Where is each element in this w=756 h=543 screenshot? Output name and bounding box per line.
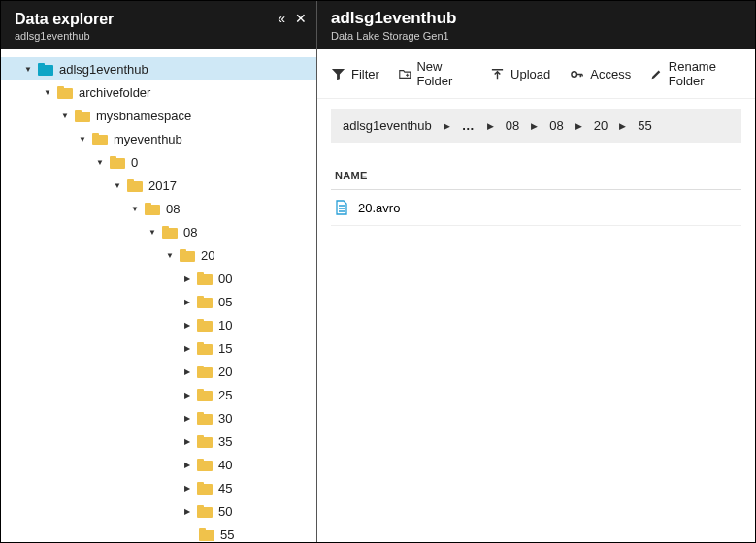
tree-node[interactable]: 25 xyxy=(1,383,316,406)
main-subtitle: Data Lake Storage Gen1 xyxy=(331,30,741,42)
tree-node[interactable]: 0 xyxy=(1,150,316,174)
tree-node[interactable]: 05 xyxy=(1,290,316,313)
tree-node[interactable]: 40 xyxy=(1,453,316,476)
tree-node[interactable]: 08 xyxy=(1,197,316,220)
chevron-right-icon[interactable] xyxy=(181,461,193,469)
new-folder-button[interactable]: New Folder xyxy=(399,59,471,88)
tree-node[interactable]: 20 xyxy=(1,243,316,267)
folder-icon xyxy=(197,342,213,355)
chevron-down-icon[interactable] xyxy=(147,228,158,237)
tree-label: 20 xyxy=(201,248,214,263)
new-folder-icon xyxy=(399,67,411,81)
folder-icon xyxy=(197,505,213,518)
tree-label: 55 xyxy=(220,527,234,542)
toolbar-label: Rename Folder xyxy=(669,59,741,88)
tree-node[interactable]: 30 xyxy=(1,406,316,430)
tree-label: 40 xyxy=(218,458,232,472)
column-header-name[interactable]: NAME xyxy=(331,162,741,190)
sidebar: Data explorer adlsg1eventhub « ✕ adlsg1e… xyxy=(1,1,317,542)
toolbar-label: New Folder xyxy=(416,59,471,88)
tree-node[interactable]: 08 xyxy=(1,220,316,243)
file-name: 20.avro xyxy=(358,201,400,215)
tree-node-root[interactable]: adlsg1eventhub xyxy=(1,57,316,80)
file-icon xyxy=(335,200,348,215)
chevron-right-icon: ▶ xyxy=(444,121,450,131)
chevron-down-icon[interactable] xyxy=(77,135,88,144)
breadcrumb-part[interactable]: 08 xyxy=(549,118,563,133)
chevron-down-icon[interactable] xyxy=(59,112,71,120)
tree-node[interactable]: mysbnamespace xyxy=(1,104,316,127)
tree-node[interactable]: myeventhub xyxy=(1,127,316,150)
chevron-right-icon[interactable] xyxy=(181,321,193,330)
sidebar-header: Data explorer adlsg1eventhub « ✕ xyxy=(1,1,316,49)
chevron-right-icon: ▶ xyxy=(487,121,494,131)
filter-icon xyxy=(331,67,345,81)
file-row[interactable]: 20.avro xyxy=(331,190,741,226)
folder-icon xyxy=(57,86,73,99)
breadcrumb-part[interactable]: 08 xyxy=(506,118,519,133)
tree-label: 05 xyxy=(218,295,232,309)
tree-label: 08 xyxy=(183,225,197,240)
chevron-right-icon[interactable] xyxy=(181,298,193,306)
tree-label: myeventhub xyxy=(114,132,182,146)
chevron-right-icon[interactable] xyxy=(181,344,193,353)
tree-label: 45 xyxy=(218,481,232,495)
tree-label: 0 xyxy=(131,155,138,170)
toolbar-label: Filter xyxy=(351,67,379,81)
tree-label: 30 xyxy=(218,411,232,426)
tree-node[interactable]: 20 xyxy=(1,360,316,383)
filter-button[interactable]: Filter xyxy=(331,67,379,81)
pencil-icon xyxy=(650,67,663,81)
chevron-right-icon: ▶ xyxy=(531,121,538,131)
folder-icon xyxy=(127,179,143,192)
chevron-right-icon[interactable] xyxy=(181,437,193,446)
rename-folder-button[interactable]: Rename Folder xyxy=(650,59,741,88)
access-button[interactable]: Access xyxy=(570,67,631,81)
chevron-right-icon[interactable] xyxy=(181,484,193,493)
tree-node[interactable]: 45 xyxy=(1,476,316,499)
folder-icon xyxy=(197,319,213,332)
chevron-right-icon[interactable] xyxy=(181,414,193,423)
chevron-down-icon[interactable] xyxy=(129,205,141,213)
tree-label: adlsg1eventhub xyxy=(59,62,148,77)
tree-node[interactable]: 50 xyxy=(1,499,316,523)
toolbar-label: Access xyxy=(590,67,631,81)
toolbar-label: Upload xyxy=(510,67,550,81)
chevron-down-icon[interactable] xyxy=(164,251,176,260)
tree-label: 50 xyxy=(218,504,232,519)
upload-button[interactable]: Upload xyxy=(490,67,550,81)
breadcrumb-root[interactable]: adlsg1eventhub xyxy=(343,118,432,133)
folder-icon xyxy=(197,272,213,285)
sidebar-subtitle: adlsg1eventhub xyxy=(15,30,303,42)
breadcrumb-part[interactable]: 20 xyxy=(594,118,608,133)
folder-icon xyxy=(197,482,213,495)
breadcrumb-ellipsis[interactable]: … xyxy=(462,118,476,133)
tree-node[interactable]: 35 xyxy=(1,430,316,453)
close-icon[interactable]: ✕ xyxy=(295,11,307,26)
tree-node[interactable]: archivefolder xyxy=(1,80,316,104)
chevron-down-icon[interactable] xyxy=(94,158,106,167)
main-header: adlsg1eventhub Data Lake Storage Gen1 xyxy=(317,1,755,49)
collapse-icon[interactable]: « xyxy=(278,11,285,26)
tree-label: archivefolder xyxy=(79,85,150,100)
chevron-down-icon[interactable] xyxy=(112,181,123,190)
tree-label: 00 xyxy=(218,272,232,286)
tree-label: 15 xyxy=(218,341,232,356)
chevron-right-icon[interactable] xyxy=(181,274,193,283)
tree-node[interactable]: 55 xyxy=(1,523,316,542)
tree-node[interactable]: 10 xyxy=(1,313,316,336)
chevron-right-icon[interactable] xyxy=(181,367,193,376)
tree-label: mysbnamespace xyxy=(96,109,191,123)
main-title: adlsg1eventhub xyxy=(331,9,741,28)
tree-node[interactable]: 00 xyxy=(1,267,316,290)
tree-node[interactable]: 15 xyxy=(1,336,316,360)
folder-icon xyxy=(197,296,213,308)
breadcrumb-part[interactable]: 55 xyxy=(638,118,651,133)
folder-icon xyxy=(145,203,160,215)
chevron-down-icon[interactable] xyxy=(22,65,34,74)
chevron-down-icon[interactable] xyxy=(42,88,53,97)
tree-node[interactable]: 2017 xyxy=(1,174,316,197)
folder-icon xyxy=(199,528,214,541)
chevron-right-icon[interactable] xyxy=(181,507,193,516)
chevron-right-icon[interactable] xyxy=(181,391,193,399)
